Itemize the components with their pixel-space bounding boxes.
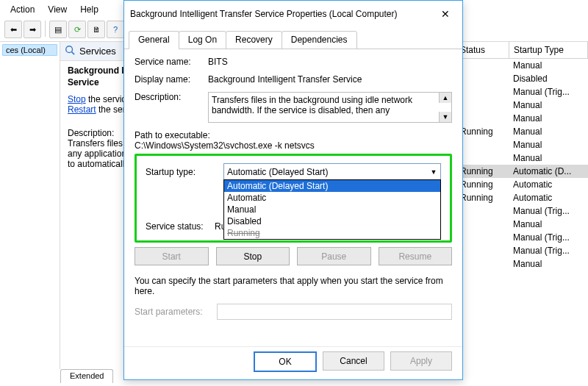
link-restart-service[interactable]: Restart: [68, 104, 96, 115]
table-row[interactable]: Manual (Trig...: [456, 85, 588, 99]
cell-startup-type: Disabled: [509, 72, 588, 85]
table-row[interactable]: Manual: [456, 218, 588, 231]
startup-option-occluded-text: Running: [224, 227, 440, 239]
startup-option-automatic[interactable]: Automatic: [224, 192, 440, 204]
svg-line-1: [72, 52, 75, 55]
column-header-status[interactable]: Status: [456, 42, 509, 58]
cell-status: Running: [456, 191, 509, 204]
table-row[interactable]: RunningAutomatic (D...: [456, 165, 588, 178]
close-icon: ✕: [441, 8, 450, 20]
cell-status: [456, 244, 509, 257]
cell-status: [456, 85, 509, 99]
description-value: Transfers files in the background using …: [212, 95, 412, 115]
table-row[interactable]: Manual: [456, 112, 588, 125]
column-header-startup-type[interactable]: Startup Type: [509, 42, 588, 58]
cell-startup-type: Manual: [509, 125, 588, 138]
scroll-down-icon[interactable]: ▼: [439, 112, 451, 122]
apply-button[interactable]: Apply: [390, 351, 452, 371]
scroll-up-icon[interactable]: ▲: [439, 93, 451, 103]
service-properties-dialog: Background Intelligent Transfer Service …: [123, 0, 463, 380]
tree-pane: ces (Local): [0, 42, 60, 369]
menu-help[interactable]: Help: [76, 3, 103, 16]
resume-button[interactable]: Resume: [379, 247, 453, 265]
pause-button[interactable]: Pause: [297, 247, 371, 265]
ok-button[interactable]: OK: [254, 351, 317, 372]
cell-status: [456, 204, 509, 218]
stop-button[interactable]: Stop: [216, 247, 290, 265]
services-list-pane: Status Startup Type ManualDisabledManual…: [456, 42, 588, 369]
bottom-tab-extended[interactable]: Extended: [60, 369, 113, 383]
cell-status: [456, 99, 509, 112]
cell-status: [456, 231, 509, 244]
dialog-close-button[interactable]: ✕: [434, 5, 456, 23]
startup-type-dropdown: Automatic (Delayed Start) Automatic Manu…: [223, 179, 441, 240]
cell-status: [456, 151, 509, 165]
label-path-to-executable: Path to executable:: [135, 130, 452, 140]
dialog-title: Background Intelligent Transfer Service …: [130, 9, 434, 19]
startup-type-select[interactable]: Automatic (Delayed Start) ▼ Automatic (D…: [223, 163, 441, 181]
dialog-tabs: General Log On Recovery Dependencies: [124, 30, 462, 49]
link-stop-service[interactable]: Stop: [68, 94, 86, 104]
toolbar-refresh-icon[interactable]: ⟳: [68, 21, 86, 38]
label-display-name: Display name:: [135, 74, 208, 85]
table-row[interactable]: RunningManual: [456, 125, 588, 138]
cell-startup-type: Manual: [509, 218, 588, 231]
tree-node-services-local[interactable]: ces (Local): [2, 44, 57, 56]
startup-option-manual[interactable]: Manual: [224, 204, 440, 215]
cell-status: [456, 59, 509, 72]
menu-view[interactable]: View: [43, 3, 71, 16]
table-row[interactable]: RunningAutomatic: [456, 191, 588, 204]
toolbar-help-icon[interactable]: ?: [107, 21, 124, 38]
table-row[interactable]: RunningAutomatic: [456, 178, 588, 191]
cell-startup-type: Manual: [509, 257, 588, 271]
table-row[interactable]: Manual (Trig...: [456, 244, 588, 257]
label-service-status: Service status:: [146, 221, 215, 232]
cell-status: [456, 257, 509, 271]
cell-status: Running: [456, 125, 509, 138]
cell-startup-type: Manual: [509, 151, 588, 165]
startup-highlight-box: Startup type: Automatic (Delayed Start) …: [135, 154, 452, 243]
toolbar-forward-icon[interactable]: ➡: [24, 21, 41, 38]
tab-general[interactable]: General: [129, 31, 179, 49]
center-pane-title: Services: [79, 46, 116, 57]
table-row[interactable]: Manual: [456, 151, 588, 165]
search-icon: [65, 45, 75, 57]
menu-action[interactable]: Action: [6, 3, 39, 16]
toolbar-export-icon[interactable]: 🗎: [87, 21, 105, 38]
start-params-hint: You can specify the start parameters tha…: [135, 276, 452, 296]
cell-startup-type: Manual: [509, 112, 588, 125]
cell-startup-type: Manual (Trig...: [509, 231, 588, 244]
services-list-rows: ManualDisabledManual (Trig...ManualManua…: [456, 59, 588, 369]
table-row[interactable]: Manual: [456, 99, 588, 112]
value-path-to-executable: C:\Windows\System32\svchost.exe -k netsv…: [135, 140, 452, 151]
description-box[interactable]: Transfers files in the background using …: [208, 92, 452, 123]
table-row[interactable]: Manual (Trig...: [456, 231, 588, 244]
start-parameters-input[interactable]: [217, 304, 452, 320]
value-display-name: Background Intelligent Transfer Service: [208, 74, 452, 85]
startup-option-disabled[interactable]: Disabled: [224, 215, 440, 227]
dialog-titlebar: Background Intelligent Transfer Service …: [124, 1, 462, 27]
tab-log-on[interactable]: Log On: [179, 31, 226, 49]
table-row[interactable]: Manual: [456, 138, 588, 151]
cell-startup-type: Manual: [509, 59, 588, 72]
svg-point-0: [66, 46, 73, 53]
tab-recovery[interactable]: Recovery: [226, 31, 282, 49]
bottom-tabs: Extended: [60, 369, 112, 383]
table-row[interactable]: Manual (Trig...: [456, 204, 588, 218]
toolbar-back-icon[interactable]: ⬅: [4, 21, 22, 38]
table-row[interactable]: Disabled: [456, 72, 588, 85]
startup-type-select-box[interactable]: Automatic (Delayed Start) ▼: [223, 163, 441, 181]
value-service-name: BITS: [208, 57, 452, 67]
start-button[interactable]: Start: [135, 247, 209, 265]
startup-option-automatic-delayed[interactable]: Automatic (Delayed Start): [224, 180, 440, 192]
tab-dependencies[interactable]: Dependencies: [282, 31, 357, 49]
table-row[interactable]: Manual: [456, 59, 588, 72]
dialog-body: Service name: BITS Display name: Backgro…: [124, 49, 462, 346]
table-row[interactable]: Manual: [456, 257, 588, 271]
cancel-button[interactable]: Cancel: [323, 351, 384, 371]
cell-startup-type: Manual (Trig...: [509, 85, 588, 99]
toolbar-properties-icon[interactable]: ▤: [49, 21, 67, 38]
dialog-action-buttons: OK Cancel Apply: [124, 346, 462, 379]
cell-startup-type: Manual: [509, 99, 588, 112]
cell-startup-type: Manual: [509, 138, 588, 151]
